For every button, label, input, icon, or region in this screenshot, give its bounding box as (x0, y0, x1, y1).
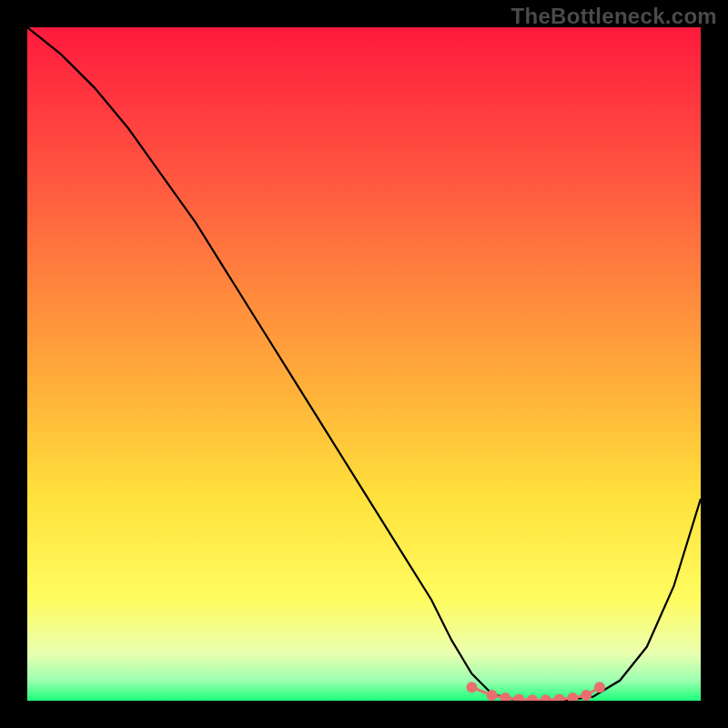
marker-dot (487, 690, 498, 701)
chart-frame: TheBottleneck.com (0, 0, 728, 728)
marker-dot (466, 682, 477, 693)
marker-dot (581, 690, 592, 701)
marker-dot (594, 682, 605, 693)
watermark-text: TheBottleneck.com (511, 4, 717, 29)
bottleneck-chart (27, 27, 701, 701)
